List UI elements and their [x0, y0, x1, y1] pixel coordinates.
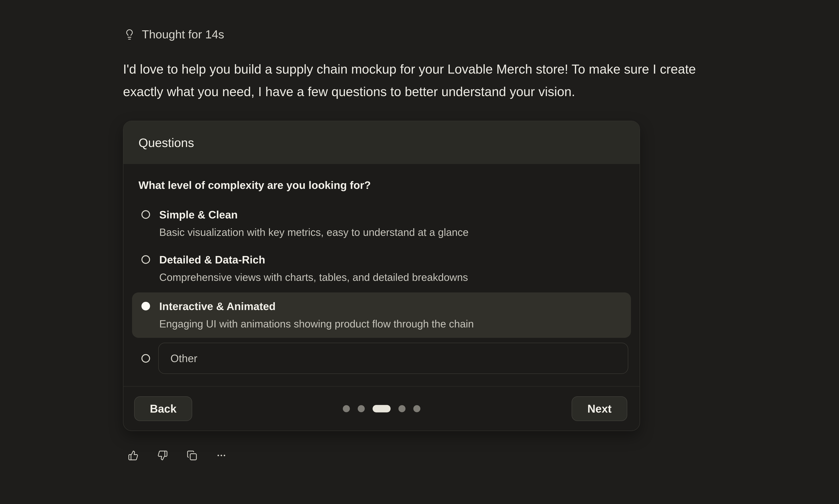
card-title: Questions: [139, 136, 194, 150]
option-description: Engaging UI with animations showing prod…: [159, 318, 474, 330]
assistant-message: I'd love to help you build a supply chai…: [123, 58, 809, 103]
ellipsis-icon: [216, 450, 227, 461]
message-line: exactly what you need, I have a few ques…: [123, 80, 809, 103]
option-other[interactable]: [132, 343, 631, 374]
option-title: Simple & Clean: [159, 208, 469, 221]
pagination-dot: [343, 405, 350, 412]
option-title: Interactive & Animated: [159, 300, 474, 313]
thumbs-down-icon: [157, 450, 168, 461]
card-body: What level of complexity are you looking…: [123, 164, 640, 386]
options-list: Simple & Clean Basic visualization with …: [132, 202, 631, 374]
thumbs-up-icon: [128, 450, 139, 461]
pagination-dot: [358, 405, 365, 412]
card-footer: Back Next: [123, 386, 640, 431]
question-text: What level of complexity are you looking…: [139, 179, 631, 192]
thumbs-down-button[interactable]: [157, 449, 168, 462]
option-title: Detailed & Data-Rich: [159, 253, 468, 266]
pagination-dots: [343, 405, 420, 412]
thought-toggle[interactable]: Thought for 14s: [124, 28, 224, 41]
next-button[interactable]: Next: [572, 396, 627, 421]
radio-unselected-icon[interactable]: [141, 354, 150, 363]
message-line: I'd love to help you build a supply chai…: [123, 58, 809, 80]
option-description: Basic visualization with key metrics, ea…: [159, 226, 469, 239]
option-detailed-data-rich[interactable]: Detailed & Data-Rich Comprehensive views…: [132, 247, 631, 290]
radio-unselected-icon[interactable]: [141, 210, 150, 219]
radio-unselected-icon[interactable]: [141, 255, 150, 264]
questions-card: Questions What level of complexity are y…: [123, 121, 640, 431]
thumbs-up-button[interactable]: [128, 449, 139, 462]
more-options-button[interactable]: [216, 449, 227, 462]
other-input[interactable]: [158, 343, 628, 374]
copy-button[interactable]: [187, 449, 197, 462]
pagination-dot: [413, 405, 420, 412]
copy-icon: [187, 450, 197, 461]
pagination-dot: [399, 405, 405, 412]
option-description: Comprehensive views with charts, tables,…: [159, 271, 468, 284]
pagination-dot-active: [372, 405, 390, 412]
option-interactive-animated[interactable]: Interactive & Animated Engaging UI with …: [132, 292, 631, 338]
thought-label: Thought for 14s: [142, 28, 224, 41]
card-header: Questions: [123, 121, 640, 164]
back-button[interactable]: Back: [134, 396, 192, 421]
message-actions: [128, 449, 227, 462]
option-simple-clean[interactable]: Simple & Clean Basic visualization with …: [132, 202, 631, 245]
radio-selected-icon[interactable]: [141, 302, 150, 310]
lightbulb-icon: [124, 29, 135, 40]
